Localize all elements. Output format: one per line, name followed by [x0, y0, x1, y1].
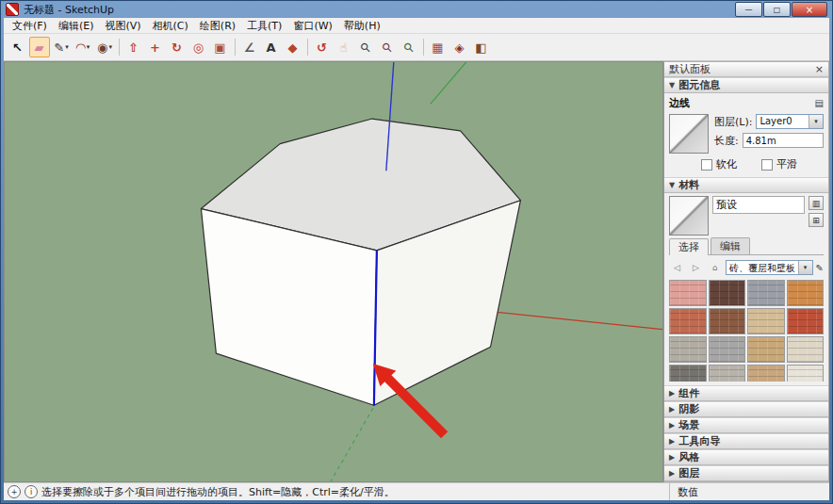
materials-button[interactable]: ▦ [428, 37, 449, 57]
brick-pink-grid[interactable] [669, 280, 707, 306]
rotate-button[interactable]: ↻ [167, 37, 188, 57]
rotate-icon: ↻ [172, 41, 182, 54]
block-gray[interactable] [669, 336, 707, 363]
toolbar-separator[interactable] [423, 39, 424, 56]
brick-tan[interactable] [747, 336, 785, 363]
materials-nav-bar: ◁ ▷ ⌂ 砖、覆层和壁板 ▾ ✎ [669, 260, 824, 275]
soften-checkbox[interactable] [701, 159, 712, 171]
material-name-field[interactable]: 预设 [712, 196, 805, 214]
brick-red[interactable] [787, 308, 825, 334]
scale-button[interactable]: ▣ [210, 37, 231, 57]
offset-button[interactable]: ◎ [188, 37, 209, 57]
secondary-pane-icon[interactable]: ▥ [808, 196, 824, 210]
toolbar: ↖ ▰ ✎ ▾ ◠ ▾ ◉ ▾ ⇧ + ↻ ◎ [4, 34, 829, 61]
shape-tools-button[interactable]: ◉ ▾ [94, 37, 115, 57]
materials-section-header[interactable]: ▼ 材料 [664, 177, 828, 193]
menu-item[interactable]: 编辑(E) [53, 18, 100, 34]
section-shadows[interactable]: ▶ 阴影 [664, 401, 828, 417]
panel-close-icon[interactable]: × [815, 63, 824, 75]
line-tool-button[interactable]: ✎ ▾ [51, 37, 72, 57]
layer-select[interactable]: Layer0 ▾ [756, 114, 824, 129]
zoom-extents-button[interactable]: ⚲ [399, 37, 419, 57]
maximize-button[interactable]: □ [763, 2, 791, 17]
pushpull-icon: ⇧ [128, 41, 139, 54]
pushpull-button[interactable]: ⇧ [123, 37, 144, 57]
brick-gray-mixed[interactable] [747, 280, 785, 306]
stone-light-gray[interactable] [709, 365, 746, 382]
arc-tools-button[interactable]: ◠ ▾ [73, 37, 93, 57]
length-label: 长度: [714, 134, 739, 148]
section-scenes[interactable]: ▶ 场景 [664, 417, 828, 433]
entity-info-section-header[interactable]: ▼ 图元信息 [664, 77, 828, 93]
in-model-home-icon[interactable]: ⌂ [707, 260, 723, 275]
move-button[interactable]: + [145, 37, 166, 57]
smooth-checkbox[interactable] [761, 159, 773, 171]
select-button[interactable]: ↖ [8, 37, 28, 57]
siding-white[interactable] [787, 365, 825, 382]
section-instructor[interactable]: ▶ 工具向导 [664, 433, 828, 449]
sample-paint-icon[interactable]: ✎ [816, 263, 824, 273]
model-view [5, 62, 662, 481]
dropdown-arrow-icon[interactable]: ▾ [798, 261, 812, 274]
zoom-window-button[interactable]: ⚲ [377, 37, 398, 57]
brick-rough-red[interactable] [669, 308, 707, 334]
dropdown-arrow-icon: ▾ [87, 43, 90, 51]
title-bar[interactable]: 无标题 - SketchUp — □ × [4, 1, 829, 18]
material-category-select[interactable]: 砖、覆层和壁板 ▾ [726, 260, 813, 275]
toolbar-separator[interactable] [307, 39, 308, 56]
menu-item[interactable]: 文件(F) [7, 18, 53, 34]
tape-measure-button[interactable]: ∠ [239, 37, 260, 57]
credits-icon[interactable]: i [24, 485, 38, 498]
orbit-button[interactable]: ↺ [312, 37, 333, 57]
move-icon: + [150, 41, 160, 54]
menu-item[interactable]: 相机(C) [147, 18, 194, 34]
block-orange[interactable] [787, 280, 825, 306]
styles-button[interactable]: ◧ [471, 37, 492, 57]
brick-gray[interactable] [709, 336, 746, 363]
menu-item[interactable]: 工具(T) [241, 18, 287, 34]
brick-brown[interactable] [709, 308, 746, 334]
menu-item[interactable]: 窗口(W) [287, 18, 337, 34]
section-label: 工具向导 [678, 434, 720, 448]
entity-info-body: 边线 ▤ 图层(L): Layer0 ▾ [664, 93, 828, 177]
minimize-button[interactable]: — [735, 2, 762, 17]
length-input[interactable]: 4.81m [743, 133, 824, 148]
pan-button[interactable]: ☝ [334, 37, 354, 57]
window-title: 无标题 - SketchUp [24, 3, 730, 17]
details-icon[interactable]: ▤ [815, 98, 824, 108]
forward-icon[interactable]: ▷ [688, 260, 704, 275]
section-layers[interactable]: ▶ 图层 [664, 465, 828, 481]
collapse-arrow-icon: ▶ [669, 469, 675, 478]
components-button[interactable]: ◈ [449, 37, 470, 57]
stone-dark-gray[interactable] [669, 365, 707, 382]
tab-select[interactable]: 选择 [669, 238, 709, 255]
menu-item[interactable]: 绘图(R) [194, 18, 241, 34]
menu-item[interactable]: 视图(V) [99, 18, 146, 34]
paint-bucket-button[interactable]: ◆ [283, 37, 303, 57]
back-icon[interactable]: ◁ [669, 260, 685, 275]
viewport-canvas[interactable] [4, 61, 663, 482]
offset-icon: ◎ [193, 41, 204, 54]
zoom-button[interactable]: ⚲ [355, 37, 376, 57]
toolbar-separator[interactable] [119, 39, 120, 56]
text-button[interactable]: A [261, 37, 282, 57]
eraser-button[interactable]: ▰ [29, 37, 50, 57]
menu-item[interactable]: 帮助(H) [338, 18, 386, 34]
soften-checkbox-row[interactable]: 软化 [701, 157, 737, 171]
brick-tan-courses[interactable] [747, 308, 785, 334]
toolbar-separator[interactable] [235, 39, 236, 56]
section-styles[interactable]: ▶ 风格 [664, 449, 828, 465]
eraser-icon: ▰ [35, 41, 44, 54]
zoom-window-icon: ⚲ [380, 40, 395, 55]
brick-dark-brown[interactable] [709, 280, 746, 306]
text-icon: A [266, 41, 275, 54]
smooth-checkbox-row[interactable]: 平滑 [761, 157, 797, 171]
dropdown-arrow-icon[interactable]: ▾ [808, 115, 823, 128]
section-components[interactable]: ▶ 组件 [664, 385, 828, 401]
brick-beige[interactable] [747, 365, 785, 382]
geolocation-icon[interactable]: + [8, 485, 21, 498]
brick-cream[interactable] [787, 336, 825, 363]
create-material-icon[interactable]: ⊞ [808, 213, 824, 227]
close-button[interactable]: × [792, 2, 827, 17]
tab-edit[interactable]: 编辑 [710, 237, 750, 254]
